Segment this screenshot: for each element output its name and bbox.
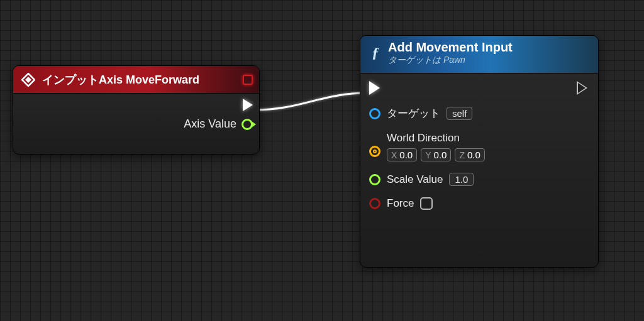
axis-value-output-row: Axis Value (19, 117, 253, 131)
axis-label-z: Z (459, 150, 465, 160)
event-node-input-axis[interactable]: インプットAxis MoveForward Axis Value (13, 65, 260, 155)
function-title: Add Movement Input (388, 40, 513, 55)
world-direction-pin[interactable] (369, 146, 380, 157)
delegate-pin[interactable] (243, 75, 253, 85)
world-direction-z: 0.0 (467, 150, 480, 160)
exec-output-row (19, 99, 253, 111)
event-node-body: Axis Value (13, 94, 259, 139)
blueprint-graph-canvas[interactable]: インプットAxis MoveForward Axis Value ƒ Add M… (0, 0, 644, 321)
event-title: インプットAxis MoveForward (42, 72, 199, 87)
force-checkbox[interactable] (420, 197, 433, 210)
target-pin[interactable] (369, 108, 380, 119)
axis-value-pin[interactable] (242, 119, 253, 130)
force-pin[interactable] (369, 198, 380, 209)
force-row: Force (369, 197, 589, 210)
world-direction-row: World Direction X 0.0 Y 0.0 Z 0.0 (369, 132, 589, 161)
world-direction-fields: X 0.0 Y 0.0 Z 0.0 (387, 148, 485, 161)
world-direction-x: 0.0 (399, 150, 413, 160)
world-direction-label: World Direction (387, 132, 485, 144)
exec-in-pin[interactable] (369, 81, 380, 95)
world-direction-group: World Direction X 0.0 Y 0.0 Z 0.0 (387, 132, 485, 161)
target-label: ターゲット (387, 106, 440, 121)
axis-value-label: Axis Value (184, 117, 236, 131)
function-icon: ƒ (368, 40, 383, 65)
scale-value-row: Scale Value 1.0 (369, 173, 589, 186)
svg-marker-1 (25, 77, 31, 83)
function-node-body: ターゲット self World Direction X 0.0 Y 0 (360, 73, 598, 217)
axis-label-y: Y (425, 150, 431, 160)
exec-out-pin[interactable] (577, 81, 589, 95)
world-direction-z-field[interactable]: Z 0.0 (455, 148, 484, 161)
world-direction-y: 0.0 (434, 150, 447, 160)
event-icon (19, 71, 37, 89)
force-label: Force (387, 197, 414, 210)
function-subtitle: ターゲットは Pawn (388, 55, 513, 65)
axis-label-x: X (391, 150, 397, 160)
scale-value-pin[interactable] (369, 174, 380, 185)
function-node-header[interactable]: ƒ Add Movement Input ターゲットは Pawn (360, 36, 598, 73)
exec-out-pin[interactable] (243, 99, 253, 111)
function-titles: Add Movement Input ターゲットは Pawn (388, 40, 513, 65)
world-direction-y-field[interactable]: Y 0.0 (421, 148, 451, 161)
target-value[interactable]: self (447, 107, 472, 120)
scale-value-label: Scale Value (387, 173, 443, 186)
function-node-add-movement-input[interactable]: ƒ Add Movement Input ターゲットは Pawn ターゲット s… (360, 35, 599, 268)
world-direction-x-field[interactable]: X 0.0 (387, 148, 417, 161)
exec-row (369, 81, 589, 95)
target-row: ターゲット self (369, 106, 589, 121)
event-node-header[interactable]: インプットAxis MoveForward (13, 66, 259, 94)
scale-value-field[interactable]: 1.0 (449, 173, 474, 186)
